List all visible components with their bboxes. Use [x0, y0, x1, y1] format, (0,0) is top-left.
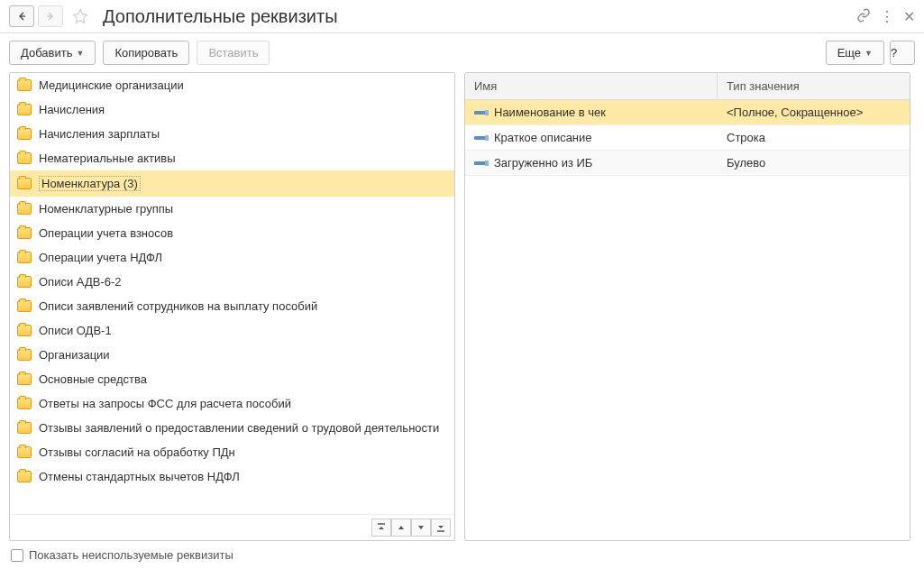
folder-icon — [17, 398, 32, 409]
tree-item[interactable]: Описи АДВ-6-2 — [10, 270, 454, 294]
tree-item[interactable]: Описи ОДВ-1 — [10, 318, 454, 343]
arrow-down-icon — [416, 523, 425, 532]
header-bar: Дополнительные реквизиты ⋮ ✕ — [0, 0, 924, 33]
tree-item-label: Начисления зарплаты — [39, 127, 160, 141]
tree-item-label: Нематериальные активы — [39, 151, 176, 165]
folder-icon — [17, 152, 32, 164]
arrow-bottom-icon — [436, 523, 445, 532]
arrow-left-icon — [17, 12, 26, 21]
tree-item[interactable]: Отзывы согласий на обработку ПДн — [10, 440, 454, 464]
copy-button-label: Копировать — [114, 46, 178, 60]
tree-item-label: Отзывы заявлений о предоставлении сведен… — [39, 421, 439, 435]
tree-item-label: Отмены стандартных вычетов НДФЛ — [39, 470, 240, 483]
cell-type: Булево — [718, 151, 910, 175]
add-button[interactable]: Добавить ▼ — [9, 41, 96, 65]
cell-type: <Полное, Сокращенное> — [718, 100, 910, 124]
folder-icon — [17, 446, 32, 458]
caret-down-icon: ▼ — [865, 49, 873, 58]
scroll-up-button[interactable] — [391, 519, 411, 537]
tree-item[interactable]: Медицинские организации — [10, 73, 454, 97]
tree-item[interactable]: Отмены стандартных вычетов НДФЛ — [10, 464, 454, 489]
nav-forward-button[interactable] — [38, 5, 63, 27]
scroll-down-button[interactable] — [411, 519, 431, 537]
folder-icon — [17, 471, 32, 482]
attr-name-label: Загруженно из ИБ — [494, 156, 592, 170]
close-icon[interactable]: ✕ — [903, 8, 915, 25]
tree-item[interactable]: Операции учета НДФЛ — [10, 245, 454, 270]
tree-item[interactable]: Начисления — [10, 97, 454, 122]
help-button-label: ? — [891, 46, 897, 60]
attr-name-label: Наименование в чек — [494, 106, 606, 119]
tree-item[interactable]: Нематериальные активы — [10, 146, 454, 170]
tree-item-label: Ответы на запросы ФСС для расчета пособи… — [39, 397, 291, 410]
add-button-label: Добавить — [21, 46, 72, 60]
caret-down-icon: ▼ — [76, 49, 84, 58]
favorite-star-icon[interactable] — [70, 6, 90, 26]
toolbar-right: Еще ▼ ? — [826, 41, 915, 65]
column-header-name[interactable]: Имя — [465, 73, 718, 99]
help-button[interactable]: ? — [890, 41, 915, 65]
tree-item-label: Операции учета взносов — [39, 226, 173, 240]
tree-item-label: Описи АДВ-6-2 — [39, 275, 121, 289]
tree-item-label: Номенклатурные группы — [39, 202, 173, 216]
tree-item-label: Описи ОДВ-1 — [39, 324, 112, 337]
nav-back-button[interactable] — [9, 5, 34, 27]
folder-icon — [17, 325, 32, 336]
tree-item[interactable]: Организации — [10, 343, 454, 367]
tree-item-label: Начисления — [39, 103, 105, 116]
page-title: Дополнительные реквизиты — [103, 6, 853, 27]
tree-item[interactable]: Отзывы заявлений о предоставлении сведен… — [10, 416, 454, 440]
tree-item[interactable]: Начисления зарплаты — [10, 122, 454, 146]
link-icon[interactable] — [856, 8, 871, 25]
tree-item-label: Операции учета НДФЛ — [39, 251, 162, 264]
folder-icon — [17, 300, 32, 312]
copy-button[interactable]: Копировать — [103, 41, 189, 65]
folder-icon — [17, 252, 32, 263]
tree-item[interactable]: Операции учета взносов — [10, 221, 454, 245]
folder-icon — [17, 349, 32, 361]
table-row[interactable]: Наименование в чек<Полное, Сокращенное> — [465, 100, 910, 125]
folder-icon — [17, 104, 32, 115]
table-header: Имя Тип значения — [465, 73, 910, 100]
paste-button-label: Вставить — [208, 46, 258, 60]
attributes-panel: Имя Тип значения Наименование в чек<Полн… — [464, 72, 910, 541]
tree-item[interactable]: Ответы на запросы ФСС для расчета пособи… — [10, 391, 454, 416]
tree-item[interactable]: Номенклатурные группы — [10, 197, 454, 221]
attribute-icon — [474, 136, 487, 140]
arrow-top-icon — [377, 523, 386, 532]
cell-type: Строка — [718, 125, 910, 150]
attribute-icon — [474, 111, 487, 115]
kebab-menu-icon[interactable]: ⋮ — [880, 8, 894, 25]
table-row[interactable]: Загруженно из ИББулево — [465, 151, 910, 176]
tree-item-label: Медицинские организации — [39, 78, 184, 92]
paste-button[interactable]: Вставить — [197, 41, 270, 65]
folder-icon — [17, 422, 32, 434]
more-button[interactable]: Еще ▼ — [826, 41, 884, 65]
folder-icon — [17, 227, 32, 239]
column-header-type[interactable]: Тип значения — [718, 73, 910, 99]
tree-item[interactable]: Описи заявлений сотрудников на выплату п… — [10, 294, 454, 318]
list-nav-controls — [10, 514, 454, 540]
cell-name: Краткое описание — [465, 125, 718, 150]
cell-name: Загруженно из ИБ — [465, 151, 718, 175]
arrow-right-icon — [46, 12, 55, 21]
show-unused-checkbox[interactable] — [11, 549, 23, 562]
attr-name-label: Краткое описание — [494, 131, 592, 144]
tree-item-label: Организации — [39, 348, 110, 362]
scroll-bottom-button[interactable] — [431, 519, 451, 537]
table-row[interactable]: Краткое описаниеСтрока — [465, 125, 910, 151]
attribute-icon — [474, 161, 487, 165]
tree-item-label: Номенклатура (3) — [39, 176, 141, 191]
tree-list[interactable]: Медицинские организацииНачисленияНачисле… — [10, 73, 454, 514]
tree-item-label: Описи заявлений сотрудников на выплату п… — [39, 299, 317, 313]
tree-item[interactable]: Основные средства — [10, 367, 454, 391]
tree-item[interactable]: Номенклатура (3) — [10, 170, 454, 197]
scroll-top-button[interactable] — [371, 519, 391, 537]
folder-icon — [17, 178, 32, 189]
tree-item-label: Основные средства — [39, 372, 147, 386]
tree-panel: Медицинские организацииНачисленияНачисле… — [9, 72, 455, 541]
folder-icon — [17, 79, 32, 91]
table-body[interactable]: Наименование в чек<Полное, Сокращенное>К… — [465, 100, 910, 540]
cell-name: Наименование в чек — [465, 100, 718, 124]
more-button-label: Еще — [837, 46, 861, 60]
